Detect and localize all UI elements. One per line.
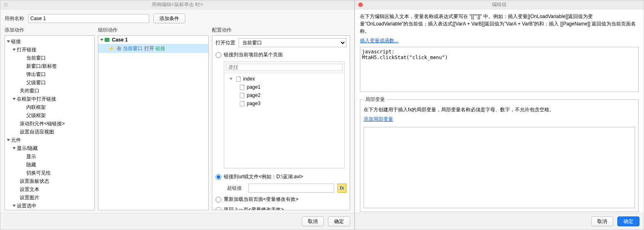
add-local-var-link[interactable]: 添加局部变量 — [364, 116, 635, 123]
use-case-editor-dialog: 用例编辑<鼠标单击 时> 用例名称 添加条件 添加动作 链接 打开链接 当前窗口… — [0, 0, 355, 230]
chevron-down-icon[interactable] — [100, 39, 104, 41]
chevron-down-icon[interactable] — [13, 49, 16, 51]
expression-textarea[interactable] — [360, 47, 639, 92]
hyperlink-label: 超链接 — [227, 185, 245, 192]
close-icon[interactable] — [4, 2, 8, 7]
case-icon — [105, 38, 109, 42]
radio-link-url[interactable] — [216, 174, 221, 180]
page-icon — [240, 93, 244, 98]
ok-button[interactable]: 确定 — [617, 216, 639, 226]
actions-tree[interactable]: 链接 打开链接 当前窗口 新窗口/新标签 弹出窗口 父级窗口 关闭窗口 在框架中… — [5, 35, 95, 210]
intro-text: 在下方编辑区输入文本，变量名称或表达式要写在 "[[""]]" 中。例如：插入变… — [360, 13, 639, 35]
dialog-title: 编辑值 — [492, 1, 507, 8]
chevron-down-icon[interactable] — [7, 41, 10, 43]
insert-variable-link[interactable]: 插入变量或函数... — [360, 37, 639, 44]
close-icon[interactable] — [358, 2, 363, 7]
add-action-header: 添加动作 — [5, 27, 95, 35]
case-name-input[interactable] — [28, 14, 149, 23]
titlebar: 编辑值 — [355, 0, 644, 9]
page-icon — [240, 101, 244, 106]
radio-link-page[interactable] — [216, 52, 221, 58]
chevron-down-icon[interactable] — [230, 78, 233, 80]
page-search-input[interactable] — [226, 64, 343, 71]
case-name-label: 用例名称 — [5, 15, 24, 22]
radio-back[interactable] — [216, 207, 221, 211]
organize-panel[interactable]: Case 1 ⚡ 在 当前窗口 打开 链接 — [98, 35, 209, 210]
hyperlink-input[interactable] — [248, 184, 334, 193]
chevron-down-icon[interactable] — [13, 98, 16, 100]
radio-reload[interactable] — [216, 197, 221, 202]
local-vars-help: 在下方创建用于插入fx的局部变量，局部变量名称必须是字母、数字，不允许包含空格。 — [364, 106, 635, 113]
chevron-down-icon[interactable] — [7, 139, 10, 141]
edit-value-dialog: 编辑值 在下方编辑区输入文本，变量名称或表达式要写在 "[[""]]" 中。例如… — [355, 0, 644, 230]
page-icon — [236, 76, 241, 82]
titlebar: 用例编辑<鼠标单击 时> — [0, 0, 354, 9]
chevron-down-icon[interactable] — [13, 205, 16, 207]
open-at-label: 打开位置 — [216, 39, 235, 46]
local-vars-list[interactable] — [364, 127, 635, 208]
ok-button[interactable]: 确定 — [328, 216, 350, 226]
cancel-button[interactable]: 取消 — [591, 216, 613, 226]
chevron-down-icon[interactable] — [13, 147, 16, 150]
page-icon — [240, 85, 244, 90]
action-row[interactable]: ⚡ 在 当前窗口 打开 链接 — [98, 44, 208, 53]
local-vars-fieldset: 局部变量 在下方创建用于插入fx的局部变量，局部变量名称必须是字母、数字，不允许… — [360, 96, 639, 212]
page-tree-box: index page1 page2 page3 — [224, 62, 345, 168]
cancel-button[interactable]: 取消 — [302, 216, 324, 226]
open-at-select[interactable]: 当前窗口 — [239, 38, 346, 47]
lightning-icon: ⚡ — [108, 46, 114, 51]
dialog-title: 用例编辑<鼠标单击 时> — [152, 1, 203, 8]
configure-panel: 打开位置 当前窗口 链接到当前项目的某个页面 index page1 page2… — [212, 35, 350, 210]
organize-action-header: 组织动作 — [98, 27, 209, 35]
fx-button[interactable]: fx — [337, 184, 346, 193]
add-condition-button[interactable]: 添加条件 — [153, 14, 185, 23]
configure-action-header: 配置动作 — [212, 27, 350, 35]
local-vars-title: 局部变量 — [364, 96, 387, 103]
